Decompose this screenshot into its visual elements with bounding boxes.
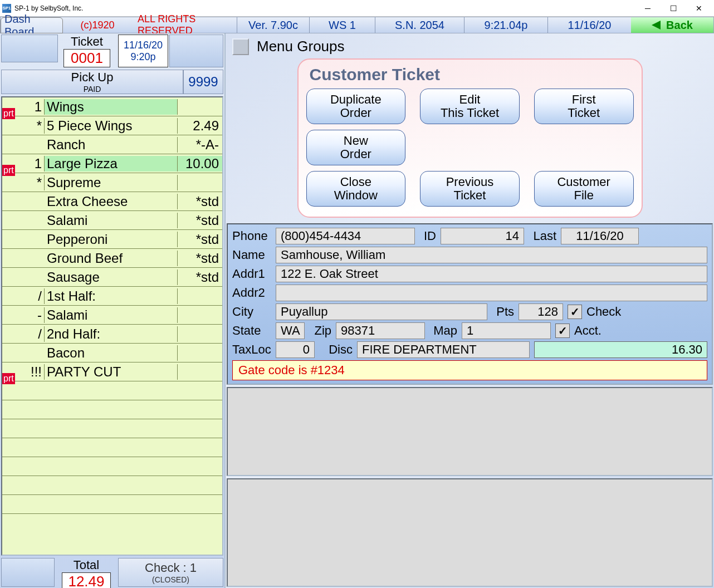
- taxloc-label: TaxLoc: [232, 342, 271, 357]
- ticket-number[interactable]: 0001: [63, 49, 110, 67]
- order-row[interactable]: prt1Large Pizza10.00: [2, 154, 222, 173]
- acct-checkbox[interactable]: ✓: [555, 324, 570, 338]
- order-price: *-A-: [178, 137, 222, 153]
- pickup-button[interactable]: Pick Up PAID: [1, 70, 183, 94]
- menu-groups-button[interactable]: [232, 38, 249, 55]
- customer-file-button[interactable]: Customer File: [534, 171, 634, 207]
- header-blank-button[interactable]: [1, 35, 58, 62]
- zip-field[interactable]: 98371: [336, 322, 425, 339]
- ticket-time: 9:20p: [130, 51, 155, 63]
- order-row[interactable]: [2, 476, 222, 495]
- totals-blank-button[interactable]: [1, 558, 55, 587]
- copyright-label: (c)1920: [64, 17, 131, 33]
- top-status-bar: Dash Board (c)1920 ALL RIGHTS RESERVED V…: [0, 17, 714, 33]
- maximize-button[interactable]: ☐: [661, 1, 686, 16]
- check-button[interactable]: Check : 1 (CLOSED): [118, 558, 223, 587]
- order-row[interactable]: prt!!!PARTY CUT: [2, 362, 222, 381]
- workstation-label: WS 1: [309, 17, 375, 33]
- previous-ticket-button[interactable]: Previous Ticket: [420, 171, 520, 207]
- pickup-number[interactable]: 9999: [183, 70, 223, 94]
- order-price: *std: [178, 251, 222, 266]
- order-qty: *: [22, 175, 45, 190]
- menu-groups-label: Menu Groups: [257, 38, 345, 55]
- gray-panel-1: [227, 387, 713, 476]
- order-row[interactable]: *5 Piece Wings2.49: [2, 116, 222, 135]
- state-field[interactable]: WA: [276, 322, 305, 339]
- order-row[interactable]: /1st Half:: [2, 287, 222, 306]
- time-label: 9:21.04p: [464, 17, 547, 33]
- order-grid[interactable]: prt1Wings*5 Piece Wings2.49Ranch*-A-prt1…: [1, 96, 223, 556]
- order-desc: Ranch: [45, 137, 178, 153]
- header-blank2-button[interactable]: [169, 35, 223, 67]
- acct-label: Acct.: [574, 324, 601, 338]
- id-field[interactable]: 14: [441, 228, 524, 244]
- ticket-label: Ticket: [59, 35, 115, 49]
- disc-amount: 16.30: [534, 341, 707, 358]
- city-field[interactable]: Puyallup: [276, 303, 487, 320]
- addr2-field[interactable]: [276, 285, 707, 301]
- order-price: 2.49: [178, 118, 222, 134]
- order-row[interactable]: Ground Beef*std: [2, 249, 222, 268]
- name-label: Name: [232, 248, 271, 262]
- id-label: ID: [419, 229, 436, 243]
- back-button[interactable]: Back: [631, 17, 713, 33]
- addr1-field[interactable]: 122 E. Oak Street: [276, 266, 707, 282]
- order-row[interactable]: [2, 457, 222, 476]
- dashboard-tab[interactable]: Dash Board: [1, 17, 63, 33]
- duplicate-order-button[interactable]: Duplicate Order: [306, 89, 406, 124]
- ticket-date: 11/16/20: [124, 40, 163, 51]
- order-row[interactable]: [2, 400, 222, 419]
- prt-badge: prt: [2, 108, 15, 119]
- serial-label: S.N. 2054: [375, 17, 464, 33]
- pickup-status: PAID: [84, 85, 101, 94]
- first-ticket-button[interactable]: First Ticket: [534, 89, 634, 124]
- order-desc: 2nd Half:: [45, 326, 178, 342]
- disc-label: Disc: [319, 342, 353, 357]
- order-row[interactable]: Ranch*-A-: [2, 135, 222, 154]
- close-button[interactable]: ✕: [686, 1, 712, 16]
- order-row[interactable]: *Supreme: [2, 173, 222, 192]
- new-order-button[interactable]: New Order: [306, 130, 406, 165]
- order-desc: Extra Cheese: [45, 194, 178, 209]
- order-price: *std: [178, 213, 222, 228]
- window-title: SP-1 by SelbySoft, Inc.: [14, 4, 635, 12]
- order-row[interactable]: /2nd Half:: [2, 325, 222, 344]
- gray-panel-2: [227, 478, 713, 587]
- check-status: (CLOSED): [119, 575, 223, 584]
- order-row[interactable]: Salami*std: [2, 211, 222, 230]
- city-label: City: [232, 305, 271, 319]
- order-row[interactable]: Extra Cheese*std: [2, 192, 222, 211]
- window-titlebar: SP1 SP-1 by SelbySoft, Inc. ─ ☐ ✕: [0, 0, 714, 17]
- order-row[interactable]: -Salami: [2, 306, 222, 325]
- map-field[interactable]: 1: [462, 322, 551, 339]
- order-desc: Pepperoni: [45, 232, 178, 247]
- order-desc: Salami: [45, 307, 178, 323]
- check-label: Check: [586, 305, 621, 319]
- check-checkbox[interactable]: ✓: [568, 305, 582, 319]
- customer-info-panel: Phone (800)454-4434 ID 14 Last 11/16/20 …: [227, 223, 713, 385]
- minimize-button[interactable]: ─: [635, 1, 661, 16]
- edit-ticket-button[interactable]: Edit This Ticket: [420, 89, 520, 124]
- order-qty: 1: [22, 156, 45, 171]
- order-row[interactable]: [2, 419, 222, 438]
- order-price: 10.00: [178, 156, 222, 171]
- order-row[interactable]: Pepperoni*std: [2, 230, 222, 249]
- order-row[interactable]: [2, 495, 222, 514]
- last-field[interactable]: 11/16/20: [561, 228, 639, 244]
- close-window-button[interactable]: Close Window: [306, 171, 406, 207]
- order-row[interactable]: Sausage*std: [2, 268, 222, 287]
- order-row[interactable]: Bacon: [2, 344, 222, 362]
- customer-note: Gate code is #1234: [232, 360, 707, 380]
- order-row[interactable]: prt1Wings: [2, 97, 222, 116]
- phone-field[interactable]: (800)454-4434: [276, 228, 415, 244]
- taxloc-field[interactable]: 0: [276, 341, 315, 358]
- order-qty: /: [22, 326, 45, 342]
- order-row[interactable]: [2, 438, 222, 457]
- disc-field[interactable]: FIRE DEPARTMENT: [357, 341, 530, 358]
- rights-label: ALL RIGHTS RESERVED: [131, 17, 237, 33]
- name-field[interactable]: Samhouse, William: [276, 247, 707, 263]
- customer-ticket-card: Customer Ticket Duplicate Order Edit Thi…: [297, 58, 643, 218]
- pts-field[interactable]: 128: [519, 303, 563, 320]
- map-label: Map: [429, 324, 457, 338]
- order-row[interactable]: [2, 381, 222, 400]
